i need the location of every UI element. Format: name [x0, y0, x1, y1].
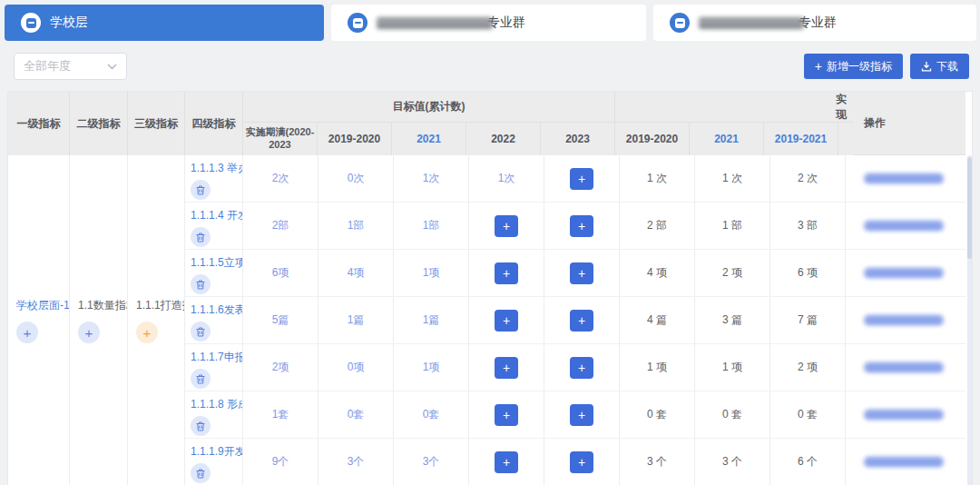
target-value-link[interactable]: 1套: [272, 407, 289, 422]
col-header-level4: 四级指标: [185, 92, 243, 155]
add-target-value-button[interactable]: +: [495, 451, 518, 473]
add-target-value-button[interactable]: +: [495, 310, 518, 332]
target-value-link[interactable]: 1部: [423, 218, 440, 233]
target-value-link[interactable]: 6项: [272, 265, 289, 281]
add-target-value-button[interactable]: +: [570, 262, 593, 284]
target-value-link[interactable]: 5篇: [272, 312, 289, 328]
target-value-link[interactable]: 9个: [272, 454, 289, 470]
operation-cell: [854, 439, 965, 485]
target-value-link[interactable]: 0套: [423, 407, 440, 422]
add-level4-button[interactable]: +: [136, 322, 158, 343]
table-header: 一级指标 二级指标 三级指标 四级指标 目标值(累计数) 实现 实施期满(202…: [8, 92, 854, 155]
add-target-value-button[interactable]: +: [570, 357, 593, 379]
table-row: 1.1.1.6发表论 5篇 1篇 1篇 + + 4 篇 3 篇 7 篇: [185, 297, 861, 344]
add-target-value-button[interactable]: +: [570, 215, 593, 237]
badge-icon: [21, 13, 41, 33]
add-target-value-button[interactable]: +: [570, 451, 593, 473]
target-value-link[interactable]: 1篇: [348, 312, 365, 328]
level4-indicator-link[interactable]: 1.1.1.8 形成职: [191, 397, 242, 412]
tab-specialty-group-2[interactable]: 专业群: [653, 5, 976, 41]
year-select[interactable]: 全部年度: [14, 53, 127, 80]
target-value-link[interactable]: 1次: [498, 171, 515, 186]
level1-cell: 学校层面-1.产 +: [8, 155, 70, 485]
level1-indicator-link[interactable]: 学校层面-1.产: [16, 298, 69, 313]
target-value-link[interactable]: 1项: [423, 360, 440, 375]
delete-indicator-button[interactable]: [191, 369, 211, 389]
add-target-value-button[interactable]: +: [495, 404, 518, 426]
table-row: 1.1.1.9开发专 9个 3个 3个 + + 3 个 3 个 6 个: [185, 439, 861, 485]
vertical-scrollbar[interactable]: [967, 155, 972, 485]
delete-indicator-button[interactable]: [191, 416, 211, 436]
table-row: 1.1.1.4 开发课 2部 1部 1部 + + 2 部 1 部 3 部: [185, 203, 861, 250]
trash-icon: [196, 185, 205, 195]
operation-link-blurred[interactable]: [864, 268, 944, 278]
col-header-period: 实施期满(2020-2023: [243, 123, 318, 155]
target-value-cell: +: [469, 439, 544, 485]
target-value-link[interactable]: 1项: [423, 265, 440, 281]
add-level1-indicator-button[interactable]: + 新增一级指标: [804, 54, 903, 79]
target-value-cell: 3个: [318, 439, 394, 485]
target-value-cell: 0次: [318, 155, 394, 202]
level4-indicator-link[interactable]: 1.1.1.9开发专: [191, 444, 242, 460]
target-value-link[interactable]: 2次: [272, 171, 289, 186]
target-value-link[interactable]: 0次: [348, 171, 365, 186]
add-level3-button[interactable]: +: [78, 322, 100, 343]
tab-label-blurred: 专业群: [377, 15, 525, 31]
actual-value-cell: 1 次: [695, 155, 770, 202]
col-header-target-2021[interactable]: 2021: [392, 123, 466, 155]
download-button[interactable]: 下载: [910, 54, 969, 79]
target-value-cell: 1项: [394, 250, 469, 296]
badge-icon: [670, 13, 690, 33]
target-value-link[interactable]: 0项: [348, 360, 365, 375]
target-value-cell: 6项: [243, 250, 318, 296]
operation-link-blurred[interactable]: [864, 410, 944, 420]
target-value-link[interactable]: 0套: [348, 407, 365, 422]
target-value-cell: 4项: [318, 250, 394, 296]
target-value-cell: 1篇: [394, 297, 469, 343]
target-value-link[interactable]: 2部: [272, 218, 289, 233]
target-value-link[interactable]: 1部: [348, 218, 365, 233]
target-value-cell: +: [544, 250, 620, 296]
target-value-link[interactable]: 2项: [272, 360, 289, 375]
target-value-cell: 2项: [243, 344, 318, 391]
delete-indicator-button[interactable]: [191, 227, 211, 247]
delete-indicator-button[interactable]: [191, 274, 211, 294]
target-value-link[interactable]: 3个: [348, 454, 365, 470]
actual-value-cell: 6 项: [770, 250, 846, 296]
add-target-value-button[interactable]: +: [570, 168, 593, 190]
target-value-link[interactable]: 1次: [423, 171, 440, 186]
col-header-actual-2021[interactable]: 2021: [690, 123, 764, 155]
scrollbar-thumb[interactable]: [967, 157, 972, 259]
add-target-value-button[interactable]: +: [570, 310, 593, 332]
tab-school-level[interactable]: 学校层: [5, 5, 324, 41]
operation-link-blurred[interactable]: [864, 315, 944, 325]
tab-specialty-group-1[interactable]: 专业群: [331, 5, 646, 41]
target-value-link[interactable]: 3个: [423, 454, 440, 470]
level4-indicator-link[interactable]: 1.1.1.7申报教: [191, 350, 242, 365]
target-value-link[interactable]: 1篇: [423, 312, 440, 328]
add-target-value-button[interactable]: +: [570, 404, 593, 426]
col-header-actual-2019-2021[interactable]: 2019-2021: [764, 123, 838, 155]
add-target-value-button[interactable]: +: [495, 262, 518, 284]
trash-icon: [196, 374, 205, 384]
trash-icon: [196, 280, 205, 290]
target-value-cell: 2部: [243, 203, 318, 249]
add-level2-button[interactable]: +: [16, 322, 38, 343]
operation-link-blurred[interactable]: [864, 221, 944, 231]
level4-indicator-link[interactable]: 1.1.1.6发表论: [191, 302, 242, 318]
operation-link-blurred[interactable]: [864, 173, 944, 183]
operation-link-blurred[interactable]: [864, 362, 944, 372]
delete-indicator-button[interactable]: [191, 322, 211, 341]
add-target-value-button[interactable]: +: [495, 357, 518, 379]
delete-indicator-button[interactable]: [191, 463, 211, 483]
level4-indicator-link[interactable]: 1.1.1.3 举办省: [191, 161, 242, 176]
operation-link-blurred[interactable]: [864, 457, 944, 467]
level4-indicator-link[interactable]: 1.1.1.5立项课: [191, 255, 242, 271]
target-value-cell: +: [544, 391, 620, 438]
table-row: 1.1.1.8 形成职 1套 0套 0套 + + 0 套 0 套 0 套: [185, 391, 861, 439]
level4-indicator-link[interactable]: 1.1.1.4 开发课: [191, 208, 242, 223]
target-value-cell: 1篇: [318, 297, 394, 343]
add-target-value-button[interactable]: +: [495, 215, 518, 237]
target-value-link[interactable]: 4项: [348, 265, 365, 281]
delete-indicator-button[interactable]: [191, 180, 211, 200]
